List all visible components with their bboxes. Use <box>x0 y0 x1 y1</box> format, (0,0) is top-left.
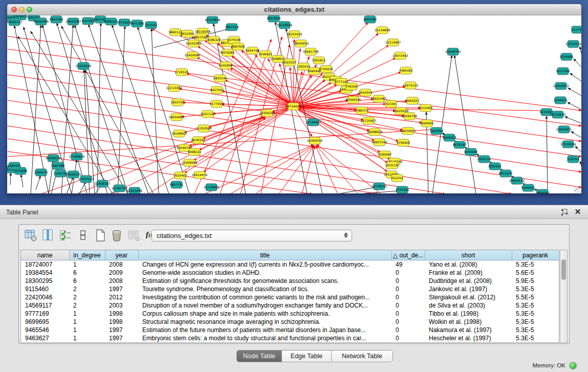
table-row[interactable]: 1830029562008Estimation of significance … <box>21 277 559 285</box>
black-edge[interactable] <box>580 161 581 166</box>
red-edge[interactable] <box>187 74 293 106</box>
table-cell: 6 <box>69 277 105 285</box>
table-settings-icon[interactable] <box>24 229 37 242</box>
graph-node-label: 8267130 <box>201 112 215 116</box>
black-edge[interactable] <box>432 55 452 193</box>
table-cell: 18300295 <box>21 277 69 285</box>
table-cell: de Silva et al. (2003) <box>425 301 512 310</box>
table-row[interactable]: 1872400712008Changes of HCN gene express… <box>21 260 559 269</box>
graph-node-label: 18325419 <box>287 32 302 36</box>
table-cell: 6 <box>69 269 105 277</box>
column-header-pagerank[interactable]: pagerank <box>512 250 559 260</box>
network-canvas[interactable]: 9860123891295418226058982750816543382818… <box>7 15 581 193</box>
graph-node-label: 7857224 <box>225 25 239 29</box>
red-edge[interactable] <box>8 62 581 141</box>
red-edge[interactable] <box>8 36 581 111</box>
graph-node-label: 15138141 <box>372 184 387 188</box>
table-row[interactable]: 969969511998Structural magnetic resonanc… <box>21 318 559 326</box>
rows-icon[interactable] <box>76 229 90 242</box>
table-row[interactable]: 977716911998Corpus callosum shape and si… <box>21 310 559 318</box>
black-edge[interactable] <box>568 88 581 96</box>
red-edge[interactable] <box>8 75 581 157</box>
table-panel-header: Table Panel ✕ <box>0 205 588 219</box>
black-edge[interactable] <box>24 27 72 193</box>
table-scrollbar-thumb[interactable] <box>561 259 566 280</box>
black-edge[interactable] <box>75 25 128 193</box>
table-cell: 1998 <box>105 310 138 318</box>
black-edge[interactable] <box>151 29 159 193</box>
table-cell: 1 <box>69 310 105 318</box>
graph-node-label: 10688609 <box>367 130 383 134</box>
graph-node-label: 20206576 <box>46 156 61 160</box>
red-edge[interactable] <box>113 117 265 193</box>
red-edge[interactable] <box>213 106 293 114</box>
red-edge[interactable] <box>293 39 294 106</box>
graph-node-label: 9467200 <box>50 17 63 21</box>
column-header-out_de[interactable]: △ out_de... <box>391 250 425 260</box>
table-row[interactable]: 2242004622012Investigating the contribut… <box>21 293 559 301</box>
column-checks-icon[interactable] <box>59 229 72 242</box>
black-edge[interactable] <box>580 47 581 54</box>
select-columns-icon[interactable] <box>41 229 55 242</box>
graph-node-label: 17016504 <box>560 142 576 146</box>
table-cell: 49 <box>391 260 425 269</box>
black-edge[interactable] <box>568 102 581 110</box>
red-edge[interactable] <box>279 146 314 193</box>
black-edge[interactable] <box>31 25 41 193</box>
black-edge[interactable] <box>358 191 399 193</box>
red-edge[interactable] <box>203 106 293 139</box>
black-edge[interactable] <box>10 173 11 185</box>
black-edge[interactable] <box>97 23 101 193</box>
table-cell: 5.3E-5 <box>512 334 559 342</box>
black-edge[interactable] <box>112 25 169 193</box>
graph-node-label: 1075546 <box>227 38 241 41</box>
table-scrollbar[interactable] <box>560 250 568 343</box>
table-cell: 0 <box>391 326 425 334</box>
graph-node-label: 22420046 <box>185 53 201 57</box>
red-edge[interactable] <box>302 146 315 193</box>
table-cell: Structural magnetic resonance image aver… <box>138 318 391 326</box>
column-header-in_degree[interactable]: in_degree <box>69 250 105 260</box>
black-edge[interactable] <box>571 132 581 138</box>
graph-node-label: 16782759 <box>112 186 127 190</box>
table-selector-dropdown[interactable]: citations_edges.txt <box>151 230 352 242</box>
black-edge[interactable] <box>36 176 40 190</box>
table-row[interactable]: 911546021997Tourette syndrome. Phenomeno… <box>21 285 559 293</box>
red-edge[interactable] <box>222 104 293 106</box>
table-cell: 0 <box>391 310 425 318</box>
black-edge[interactable] <box>574 59 581 67</box>
table-row[interactable]: 1456911722003Disruption of a novel membe… <box>21 301 559 310</box>
network-window-titlebar[interactable]: citations_edges.txt <box>7 4 581 15</box>
graph-node-label: 111753 <box>572 28 581 31</box>
graph-node-label: 7485063 <box>399 69 413 72</box>
red-edge[interactable] <box>8 100 581 187</box>
graph-node-label: 10607487 <box>371 97 387 100</box>
column-header-year[interactable]: year <box>105 250 138 260</box>
table-cell: 0 <box>391 277 425 285</box>
graph-node-label: 8454749 <box>246 49 259 52</box>
column-header-name[interactable]: name <box>21 250 69 260</box>
delete-icon[interactable] <box>110 229 123 242</box>
table-row[interactable]: 946362711997Embryonic stem cells: a mode… <box>21 334 559 342</box>
black-edge[interactable] <box>565 117 581 123</box>
black-edge[interactable] <box>575 146 581 152</box>
table-row[interactable]: 946554611997Estimation of the future num… <box>21 326 559 334</box>
table-cell: 0 <box>391 318 425 326</box>
table-cell: 9699695 <box>21 318 69 326</box>
close-panel-icon[interactable]: ✕ <box>574 208 582 216</box>
table-cell: Dudbridge et al. (2008) <box>425 277 512 285</box>
new-document-icon[interactable] <box>94 229 107 242</box>
table-cell: 1997 <box>105 285 138 293</box>
window-resize-grip[interactable] <box>574 186 581 193</box>
graph-node-label: 20564436 <box>345 98 361 101</box>
column-header-short[interactable]: short <box>425 250 512 260</box>
table-cell: 1 <box>69 260 105 269</box>
graph-node-label: 11353584 <box>196 126 212 130</box>
red-edge[interactable] <box>261 45 290 193</box>
table-row[interactable]: 1938455462009Genome-wide association stu… <box>21 269 559 277</box>
float-panel-icon[interactable] <box>560 208 569 216</box>
column-header-title[interactable]: title <box>138 250 391 260</box>
table-cell: 1997 <box>105 326 138 334</box>
black-edge[interactable] <box>570 73 581 81</box>
black-edge[interactable] <box>21 174 23 187</box>
